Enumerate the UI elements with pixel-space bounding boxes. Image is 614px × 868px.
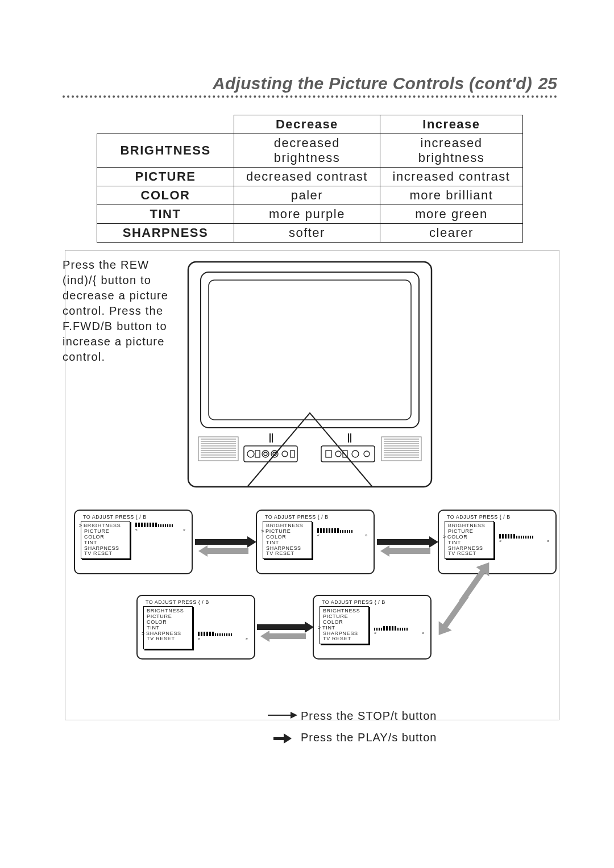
menu-screens-area: TO ADJUST PRESS { / B BRIGHTNESS PICTURE… xyxy=(63,510,557,691)
manual-page: Adjusting the Picture Controls (cont'd) … xyxy=(0,0,614,868)
arrow-left-icon xyxy=(388,548,430,554)
svg-rect-0 xyxy=(188,262,432,487)
short-arrow-icon xyxy=(264,733,301,744)
slider-icon: «» xyxy=(372,624,426,644)
table-row: BRIGHTNESS decreased brightness increase… xyxy=(97,134,523,168)
legend-row-stop: Press the STOP/t button xyxy=(264,708,446,723)
svg-point-31 xyxy=(262,450,269,457)
long-arrow-icon xyxy=(264,712,301,719)
table-corner-empty xyxy=(97,115,234,134)
svg-rect-2 xyxy=(209,280,411,420)
menu-panel: BRIGHTNESS PICTURE COLOR TINT SHARPNESS … xyxy=(320,606,369,644)
menu-item: TV RESET xyxy=(147,636,189,642)
midrow: Press the REW (ind)/{ button to decrease… xyxy=(63,257,557,496)
menu-screen-color: TO ADJUST PRESS { / B BRIGHTNESS PICTURE… xyxy=(438,510,557,574)
cell: more green xyxy=(380,205,522,224)
svg-rect-36 xyxy=(291,450,294,457)
col-increase: Increase xyxy=(380,115,522,134)
menu-header: TO ADJUST PRESS { / B xyxy=(138,596,254,606)
svg-rect-24 xyxy=(321,446,375,462)
arrow-right-icon xyxy=(377,539,430,545)
arrow-left-icon xyxy=(206,548,248,554)
arrow-left-icon xyxy=(268,633,306,639)
table-row: TINT more purple more green xyxy=(97,205,523,224)
row-label: TINT xyxy=(97,205,234,224)
svg-rect-1 xyxy=(201,272,419,428)
row-label: BRIGHTNESS xyxy=(97,134,234,168)
cell: decreased contrast xyxy=(234,168,380,186)
menu-screen-sharpness: TO ADJUST PRESS { / B BRIGHTNESS PICTURE… xyxy=(136,595,255,660)
menu-item: TV RESET xyxy=(323,636,366,642)
table-row: PICTURE decreased contrast increased con… xyxy=(97,168,523,186)
menu-panel: BRIGHTNESS PICTURE COLOR TINT SHARPNESS … xyxy=(445,521,494,559)
svg-point-41 xyxy=(364,451,370,457)
table-row: COLOR paler more brilliant xyxy=(97,186,523,205)
menu-screen-brightness: TO ADJUST PRESS { / B BRIGHTNESS PICTURE… xyxy=(74,510,193,574)
tv-icon xyxy=(185,257,435,496)
menu-screen-tint: TO ADJUST PRESS { / B BRIGHTNESS PICTURE… xyxy=(313,595,432,660)
page-title-row: Adjusting the Picture Controls (cont'd) … xyxy=(63,74,557,93)
menu-header: TO ADJUST PRESS { / B xyxy=(439,511,555,521)
cell: more brilliant xyxy=(380,186,522,205)
svg-point-29 xyxy=(247,450,254,457)
col-decrease: Decrease xyxy=(234,115,380,134)
slider-icon: «» xyxy=(196,630,250,649)
svg-rect-37 xyxy=(326,450,331,457)
legend: Press the STOP/t button Press the PLAY/s… xyxy=(264,708,446,745)
cell: paler xyxy=(234,186,380,205)
slider-icon: «» xyxy=(497,532,551,552)
table-row: SHARPNESS softer clearer xyxy=(97,224,523,243)
cell: increased brightness xyxy=(380,134,522,168)
tv-illustration xyxy=(185,257,435,496)
legend-row-play: Press the PLAY/s button xyxy=(264,730,446,745)
cell: decreased brightness xyxy=(234,134,380,168)
menu-header: TO ADJUST PRESS { / B xyxy=(257,511,374,521)
menu-header: TO ADJUST PRESS { / B xyxy=(314,596,430,606)
menu-header: TO ADJUST PRESS { / B xyxy=(75,511,192,521)
arrow-right-icon xyxy=(257,624,306,630)
svg-point-32 xyxy=(264,452,267,456)
slider-icon: «» xyxy=(316,527,369,546)
cell: increased contrast xyxy=(380,168,522,186)
row-label: PICTURE xyxy=(97,168,234,186)
header-dotted-rule xyxy=(63,95,557,98)
legend-text: Press the PLAY/s button xyxy=(301,730,437,745)
slider-icon: «» xyxy=(134,521,187,540)
menu-panel: BRIGHTNESS PICTURE COLOR TINT SHARPNESS … xyxy=(143,606,193,649)
svg-point-35 xyxy=(282,451,288,457)
menu-panel: BRIGHTNESS PICTURE COLOR TINT SHARPNESS … xyxy=(263,521,312,559)
cell: clearer xyxy=(380,224,522,243)
svg-point-40 xyxy=(352,450,359,457)
menu-item: TV RESET xyxy=(266,551,309,557)
menu-panel: BRIGHTNESS PICTURE COLOR TINT SHARPNESS … xyxy=(81,521,130,559)
menu-item: TV RESET xyxy=(84,551,127,557)
legend-text: Press the STOP/t button xyxy=(301,708,437,723)
page-title: Adjusting the Picture Controls (cont'd) xyxy=(213,74,532,93)
svg-rect-30 xyxy=(255,450,260,457)
page-number: 25 xyxy=(538,74,557,93)
cell: more purple xyxy=(234,205,380,224)
row-label: COLOR xyxy=(97,186,234,205)
svg-point-38 xyxy=(335,451,341,457)
menu-screen-picture: TO ADJUST PRESS { / B BRIGHTNESS PICTURE… xyxy=(256,510,375,574)
cell: softer xyxy=(234,224,380,243)
menu-item: TV RESET xyxy=(448,551,491,557)
row-label: SHARPNESS xyxy=(97,224,234,243)
picture-controls-table: Decrease Increase BRIGHTNESS decreased b… xyxy=(97,115,523,243)
arrow-right-icon xyxy=(195,539,248,545)
instructions-text: Press the REW (ind)/{ button to decrease… xyxy=(63,257,179,365)
